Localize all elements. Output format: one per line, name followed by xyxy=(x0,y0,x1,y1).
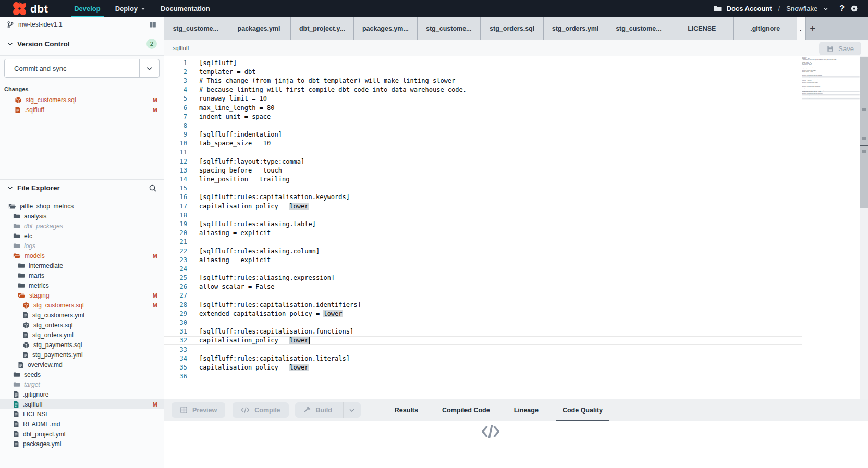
code-line-30[interactable]: 30 xyxy=(164,318,868,327)
build-button[interactable]: Build xyxy=(295,402,361,418)
tree-item-models[interactable]: modelsM xyxy=(0,251,164,261)
tree-item-dbt_packages[interactable]: dbt_packages xyxy=(0,221,164,231)
tree-item-logs[interactable]: logs xyxy=(0,241,164,251)
save-button[interactable]: Save xyxy=(819,42,861,55)
commit-and-sync-button[interactable]: Commit and sync xyxy=(4,59,160,78)
bottom-tab-code-quality[interactable]: Code Quality xyxy=(551,399,615,421)
tree-item-.sqlfluff[interactable]: .sqlfluffM xyxy=(0,399,164,409)
nav-item-documentation[interactable]: Documentation xyxy=(153,0,217,17)
editor-scrollbar[interactable] xyxy=(860,56,868,399)
code-line-34[interactable]: 34[sqlfluff:rules:capitalisation.literal… xyxy=(164,354,868,363)
code-line-8[interactable]: 8 xyxy=(164,121,868,130)
code-editor[interactable]: 1[sqlfluff]2templater = dbt3# This chang… xyxy=(164,56,868,399)
editor-tab[interactable]: stg_orders.sql xyxy=(481,17,544,40)
editor-tab[interactable]: packages.yml xyxy=(227,17,290,40)
tree-item-stg_customers.yml[interactable]: stg_customers.yml xyxy=(0,310,164,320)
code-line-23[interactable]: 23aliasing = explicit xyxy=(164,255,868,264)
tree-item-jaffle_shop_metrics[interactable]: jaffle_shop_metrics xyxy=(0,201,164,211)
commit-options-chevron[interactable] xyxy=(139,59,159,77)
code-line-21[interactable]: 21 xyxy=(164,238,868,247)
code-line-6[interactable]: 6max_line_length = 80 xyxy=(164,103,868,112)
scrollbar-thumb[interactable] xyxy=(860,57,868,208)
tree-item-stg_payments.sql[interactable]: stg_payments.sql xyxy=(0,340,164,350)
code-line-3[interactable]: 3# This change (from jinja to dbt templa… xyxy=(164,76,868,85)
code-line-31[interactable]: 31[sqlfluff:rules:capitalisation.functio… xyxy=(164,327,868,336)
code-line-35[interactable]: 35capitalisation_policy = lower xyxy=(164,363,868,372)
account-project[interactable]: Docs Account xyxy=(727,5,772,13)
tree-item-seeds[interactable]: seeds xyxy=(0,370,164,379)
editor-tab[interactable]: stg_custome... xyxy=(418,17,481,40)
editor-tab[interactable]: .gitignore xyxy=(734,17,797,40)
code-line-26[interactable]: 26allow_scalar = False xyxy=(164,282,868,291)
editor-tab[interactable]: stg_custome... xyxy=(164,17,227,40)
split-panes-icon[interactable] xyxy=(149,21,157,29)
tree-item-LICENSE[interactable]: LICENSE xyxy=(0,409,164,419)
code-line-4[interactable]: 4# because linting will first compile db… xyxy=(164,85,868,94)
code-line-2[interactable]: 2templater = dbt xyxy=(164,67,868,76)
code-line-22[interactable]: 22[sqlfluff:rules:aliasing.column] xyxy=(164,247,868,255)
new-tab-button[interactable]: + xyxy=(806,17,820,40)
code-line-7[interactable]: 7indent_unit = space xyxy=(164,112,868,121)
code-line-14[interactable]: 14line_position = trailing xyxy=(164,175,868,183)
compile-button[interactable]: Compile xyxy=(233,402,288,418)
help-icon[interactable]: ? xyxy=(839,4,845,14)
code-line-36[interactable]: 36 xyxy=(164,372,868,381)
gear-icon[interactable] xyxy=(850,4,859,13)
tree-item-.gitignore[interactable]: .gitignore xyxy=(0,389,164,399)
tree-item-stg_customers.sql[interactable]: stg_customers.sqlM xyxy=(0,300,164,310)
account-connection[interactable]: Snowflake xyxy=(786,5,817,13)
tree-item-marts[interactable]: marts xyxy=(0,270,164,280)
tree-item-overview.md[interactable]: overview.md xyxy=(0,360,164,370)
tree-item-README.md[interactable]: README.md xyxy=(0,419,164,429)
code-line-11[interactable]: 11 xyxy=(164,148,868,157)
tree-item-packages.yml[interactable]: packages.yml xyxy=(0,439,164,449)
tree-item-dbt_project.yml[interactable]: dbt_project.yml xyxy=(0,429,164,439)
code-line-18[interactable]: 18 xyxy=(164,211,868,219)
bottom-tab-compiled-code[interactable]: Compiled Code xyxy=(430,399,502,421)
build-options-chevron[interactable] xyxy=(343,402,361,418)
dbt-logo[interactable]: dbt xyxy=(13,2,48,16)
code-line-25[interactable]: 25[sqlfluff:rules:aliasing.expression] xyxy=(164,274,868,282)
tree-item-metrics[interactable]: metrics xyxy=(0,280,164,290)
editor-tab[interactable]: stg_custome... xyxy=(607,17,670,40)
code-line-24[interactable]: 24 xyxy=(164,264,868,273)
tree-item-staging[interactable]: stagingM xyxy=(0,290,164,300)
code-line-5[interactable]: 5runaway_limit = 10 xyxy=(164,94,868,103)
editor-tab-active-partial[interactable]: . xyxy=(797,17,806,40)
tree-item-intermediate[interactable]: intermediate xyxy=(0,261,164,270)
code-line-28[interactable]: 28[sqlfluff:rules:capitalisation.identif… xyxy=(164,300,868,309)
code-line-9[interactable]: 9[sqlfluff:indentation] xyxy=(164,130,868,139)
minimap[interactable]: [sqlfluff]templater = dbt# This change (… xyxy=(802,56,860,399)
tree-item-etc[interactable]: etc xyxy=(0,231,164,241)
bottom-tab-lineage[interactable]: Lineage xyxy=(502,399,551,421)
nav-item-develop[interactable]: Develop xyxy=(67,0,108,17)
branch-row[interactable]: mw-test-idev1.1 xyxy=(0,17,164,32)
editor-tab[interactable]: packages.ym... xyxy=(354,17,417,40)
changed-file-stg_customers.sql[interactable]: stg_customers.sqlM xyxy=(0,95,164,105)
tree-item-stg_payments.yml[interactable]: stg_payments.yml xyxy=(0,350,164,360)
code-line-1[interactable]: 1[sqlfluff] xyxy=(164,58,868,67)
code-line-16[interactable]: 16[sqlfluff:rules:capitalisation.keyword… xyxy=(164,193,868,202)
code-line-32[interactable]: 32capitalisation_policy = lower xyxy=(164,336,868,345)
code-line-33[interactable]: 33 xyxy=(164,345,868,354)
editor-tab[interactable]: stg_orders.yml xyxy=(544,17,607,40)
code-line-12[interactable]: 12[sqlfluff:layout:type:comma] xyxy=(164,157,868,166)
changed-file-.sqlfluff[interactable]: .sqlfluffM xyxy=(0,105,164,115)
version-control-header[interactable]: Version Control 2 xyxy=(0,32,164,56)
editor-tab[interactable]: dbt_project.y... xyxy=(291,17,354,40)
code-line-10[interactable]: 10tab_space_size = 10 xyxy=(164,139,868,148)
code-line-27[interactable]: 27 xyxy=(164,291,868,300)
code-line-29[interactable]: 29extended_capitalisation_policy = lower xyxy=(164,309,868,318)
bottom-tab-results[interactable]: Results xyxy=(383,399,430,421)
code-line-17[interactable]: 17capitalisation_policy = lower xyxy=(164,202,868,211)
editor-tab[interactable]: LICENSE xyxy=(670,17,733,40)
tree-item-stg_orders.yml[interactable]: stg_orders.yml xyxy=(0,330,164,340)
file-explorer-header[interactable]: File Explorer xyxy=(0,179,164,196)
chevron-down-icon[interactable] xyxy=(823,6,829,12)
code-line-15[interactable]: 15 xyxy=(164,184,868,193)
code-line-13[interactable]: 13spacing_before = touch xyxy=(164,166,868,175)
tree-item-analysis[interactable]: analysis xyxy=(0,211,164,221)
code-line-19[interactable]: 19[sqlfluff:rules:aliasing.table] xyxy=(164,219,868,228)
nav-item-deploy[interactable]: Deploy xyxy=(108,0,153,17)
tree-item-stg_orders.sql[interactable]: stg_orders.sql xyxy=(0,320,164,330)
